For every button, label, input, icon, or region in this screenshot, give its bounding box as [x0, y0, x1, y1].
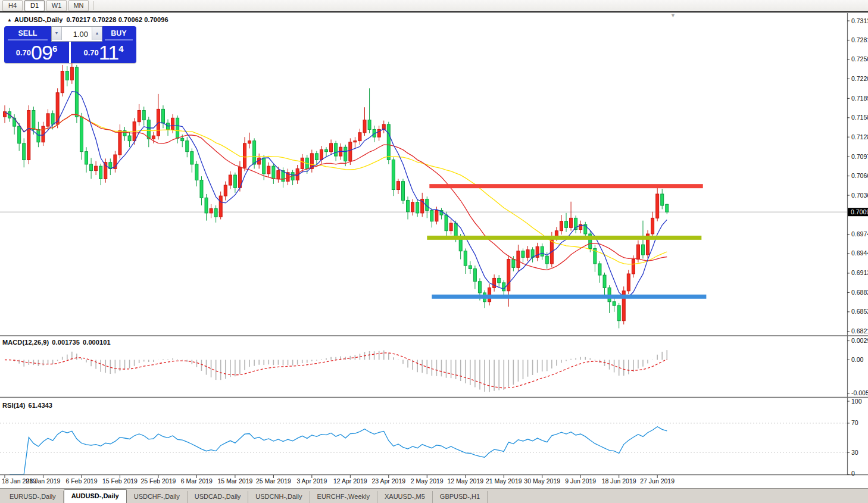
price-tick-label: 0.72810	[851, 36, 868, 43]
sell-price-big-digits: 09	[31, 41, 52, 64]
candle-body	[51, 114, 54, 124]
candle-body	[152, 136, 155, 139]
rsi-tick-label: 100	[851, 398, 862, 405]
rsi-axis[interactable]: 10070300	[847, 398, 862, 477]
price-tick-label: 0.70665	[851, 172, 868, 179]
candle-body	[233, 175, 236, 188]
candle-body	[627, 274, 630, 291]
candle-body	[445, 215, 448, 231]
candle-body	[200, 180, 203, 198]
candle-body	[263, 158, 266, 174]
chart-surface[interactable]: 0.731150.728100.725050.722000.718900.715…	[0, 0, 868, 503]
macd-tick-label: 0.00	[851, 356, 864, 363]
volume-input[interactable]	[62, 27, 92, 41]
candle-body	[248, 141, 251, 143]
candle-body	[171, 118, 174, 129]
price-tick-label: 0.69440	[851, 249, 868, 257]
candle-body	[392, 160, 395, 190]
candle-body	[473, 268, 476, 281]
price-tick-label: 0.72200	[851, 75, 868, 82]
symbol-marker-icon: ▲	[7, 17, 12, 23]
chart-shift-marker-icon[interactable]: ▼	[670, 13, 676, 18]
candle-body	[243, 143, 246, 167]
sell-price[interactable]: 0.70096	[4, 42, 69, 63]
candle-body	[603, 275, 606, 288]
candle-body	[396, 182, 399, 190]
volume-spinner: ▼ ▲	[51, 26, 102, 42]
price-tick-label: 0.69130	[851, 269, 868, 276]
candle-body	[617, 305, 620, 321]
candle-body	[512, 260, 515, 268]
candle-body	[90, 164, 93, 171]
date-axis[interactable]: 18 Jan 201928 Jan 20196 Feb 201915 Feb 2…	[2, 475, 675, 485]
band-line-1[interactable]	[427, 236, 701, 240]
candle-body	[27, 111, 30, 160]
candle-body	[368, 120, 371, 129]
date-tick-label: 6 Feb 2019	[65, 477, 97, 485]
date-tick-label: 28 Jan 2019	[26, 477, 61, 485]
rsi-plot	[0, 423, 847, 474]
macd-tick-label: -0.00525	[851, 389, 868, 396]
candle-body	[277, 171, 280, 179]
price-axis[interactable]: 0.731150.728100.725050.722000.718900.715…	[847, 17, 868, 335]
sell-button[interactable]: SELL	[4, 26, 51, 42]
candle-body	[161, 109, 164, 123]
price-tick-label: 0.73115	[851, 17, 868, 24]
buy-price-big-digits: 11	[99, 41, 118, 64]
candle-body	[99, 166, 102, 179]
volume-increase-button[interactable]: ▲	[92, 27, 102, 40]
pane-borders	[0, 13, 868, 475]
buy-button[interactable]: BUY	[101, 26, 136, 42]
macd-indicator-label: MACD(12,26,9)0.0017350.000101	[2, 339, 111, 346]
candle-body	[65, 71, 68, 80]
candle-body	[195, 164, 198, 180]
rsi-tick-label: 30	[851, 449, 858, 456]
rsi-indicator-label: RSI(14)61.4343	[2, 402, 52, 409]
candle-body	[267, 166, 270, 174]
candle-body	[666, 204, 669, 212]
candle-body	[469, 265, 472, 268]
candle-body	[138, 111, 140, 122]
candle-body	[142, 111, 145, 120]
date-tick-label: 25 Mar 2019	[256, 477, 291, 485]
horizontal-band-objects[interactable]	[427, 184, 706, 299]
candle-body	[464, 251, 467, 265]
price-tick-label: 0.71280	[851, 133, 868, 140]
buy-underline	[105, 39, 133, 40]
candle-body	[449, 223, 452, 231]
candle-body	[661, 194, 664, 205]
candle-body	[325, 149, 328, 151]
price-tick-label: 0.70360	[851, 192, 868, 199]
volume-decrease-button[interactable]: ▼	[52, 27, 62, 40]
buy-price-pip-digit: 4	[118, 43, 123, 54]
candle-body	[358, 133, 361, 141]
candle-body	[401, 182, 404, 201]
price-tick-label: 0.71585	[851, 114, 868, 121]
sell-price-prefix: 0.70	[16, 48, 31, 57]
band-line-2[interactable]	[432, 295, 706, 299]
macd-axis[interactable]: 0.0029840.00-0.00525	[847, 337, 868, 396]
candle-body	[253, 141, 256, 164]
candle-body	[80, 117, 83, 152]
date-tick-label: 2 May 2019	[411, 477, 444, 485]
candle-body	[570, 218, 573, 227]
price-tick-label: 0.70970	[851, 153, 868, 160]
buy-button-label: BUY	[111, 29, 126, 38]
candle-body	[454, 223, 457, 237]
candle-body	[147, 120, 150, 139]
candle-body	[478, 282, 481, 293]
date-tick-label: 12 May 2019	[447, 477, 483, 485]
rsi-value: 61.4343	[29, 402, 52, 409]
current-price-marker: 0.70096	[848, 208, 868, 216]
buy-price[interactable]: 0.70114	[71, 42, 136, 63]
chart-symbol-label: AUDUSD-,Daily	[14, 16, 63, 23]
date-tick-label: 25 Feb 2019	[140, 477, 176, 485]
candle-body	[229, 175, 232, 185]
candle-body	[526, 250, 529, 258]
candle-body	[502, 283, 505, 291]
candle-body	[335, 143, 338, 156]
macd-main-value: 0.001735	[52, 339, 80, 346]
candle-body	[95, 166, 98, 170]
candle-body	[411, 202, 414, 212]
band-line-0[interactable]	[429, 184, 702, 188]
